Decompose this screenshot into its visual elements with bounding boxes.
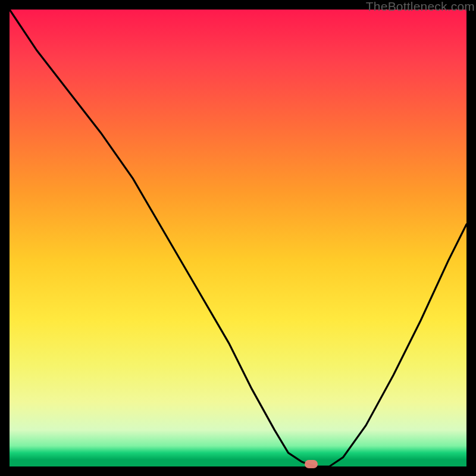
watermark-text: TheBottleneck.com: [366, 0, 475, 14]
chart-frame: TheBottleneck.com: [0, 0, 476, 476]
plot-area: [10, 10, 466, 466]
curve-path: [10, 10, 466, 466]
optimal-point-marker: [305, 460, 318, 468]
bottleneck-curve: [10, 10, 466, 466]
